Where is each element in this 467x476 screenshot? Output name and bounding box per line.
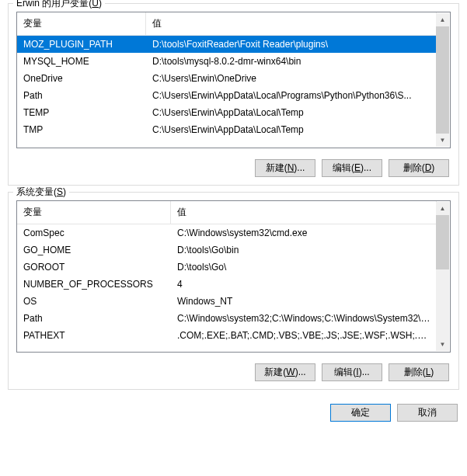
scroll-down-icon[interactable]: ▼ <box>436 134 449 147</box>
table-row[interactable]: ComSpecC:\Windows\system32\cmd.exe <box>17 224 437 241</box>
column-header-variable[interactable]: 变量 <box>17 12 146 35</box>
variable-name: GOROOT <box>17 260 171 274</box>
delete-user-var-button[interactable]: 删除(D) <box>389 159 449 177</box>
edit-user-var-button[interactable]: 编辑(E)... <box>322 159 382 177</box>
scrollbar[interactable]: ▲ ▼ <box>436 202 449 351</box>
variable-name: TMP <box>17 123 146 137</box>
table-row[interactable]: PATHEXT.COM;.EXE;.BAT;.CMD;.VBS;.VBE;.JS… <box>17 327 437 344</box>
variable-value: C:\Users\Erwin\AppData\Local\Programs\Py… <box>146 89 437 102</box>
edit-system-var-button[interactable]: 编辑(I)... <box>322 363 382 381</box>
system-buttons: 新建(W)... 编辑(I)... 删除(L) <box>16 363 451 381</box>
variable-name: MOZ_PLUGIN_PATH <box>17 37 146 51</box>
scroll-down-icon[interactable]: ▼ <box>436 338 449 351</box>
variable-value: D:\tools\FoxitReader\Foxit Reader\plugin… <box>146 37 437 51</box>
variable-value: C:\Users\Erwin\AppData\Local\Temp <box>146 106 437 120</box>
scroll-up-icon[interactable]: ▲ <box>436 202 449 215</box>
table-row[interactable]: TEMPC:\Users\Erwin\AppData\Local\Temp <box>17 104 437 121</box>
new-user-var-button[interactable]: 新建(N)... <box>255 159 315 177</box>
variable-name: OneDrive <box>17 71 146 85</box>
variable-value: D:\tools\Go\ <box>171 260 437 274</box>
system-variables-list[interactable]: 变量 值 ComSpecC:\Windows\system32\cmd.exeG… <box>16 200 451 353</box>
variable-value: C:\Users\Erwin\AppData\Local\Temp <box>146 123 437 137</box>
variable-name: Path <box>17 89 146 102</box>
new-system-var-button[interactable]: 新建(W)... <box>255 363 315 381</box>
scroll-thumb[interactable] <box>436 215 449 269</box>
table-row[interactable]: MOZ_PLUGIN_PATHD:\tools\FoxitReader\Foxi… <box>17 36 437 53</box>
scrollbar[interactable]: ▲ ▼ <box>436 13 449 147</box>
variable-value: D:\tools\mysql-8.0.2-dmr-winx64\bin <box>146 54 437 68</box>
variable-value: C:\Windows\system32;C:\Windows;C:\Window… <box>171 311 437 325</box>
system-variables-legend: 系统变量(S) <box>13 186 69 199</box>
cancel-button[interactable]: 取消 <box>397 404 458 422</box>
delete-system-var-button[interactable]: 删除(L) <box>389 363 449 381</box>
user-list-header: 变量 值 <box>17 12 437 36</box>
system-variables-group: 系统变量(S) 变量 值 ComSpecC:\Windows\system32\… <box>8 192 459 390</box>
variable-value: D:\tools\Go\bin <box>171 243 437 257</box>
variable-value: C:\Users\Erwin\OneDrive <box>146 71 437 85</box>
variable-name: TEMP <box>17 106 146 120</box>
table-row[interactable]: OSWindows_NT <box>17 293 437 310</box>
table-row[interactable]: TMPC:\Users\Erwin\AppData\Local\Temp <box>17 121 437 138</box>
scroll-up-icon[interactable]: ▲ <box>436 13 449 26</box>
table-row[interactable]: GOROOTD:\tools\Go\ <box>17 259 437 276</box>
user-variables-legend: Erwin 的用户变量(U) <box>13 0 105 10</box>
table-row[interactable]: GO_HOMED:\tools\Go\bin <box>17 241 437 259</box>
user-variables-list[interactable]: 变量 值 MOZ_PLUGIN_PATHD:\tools\FoxitReader… <box>16 12 451 148</box>
table-row[interactable]: PathC:\Users\Erwin\AppData\Local\Program… <box>17 87 437 104</box>
variable-name: MYSQL_HOME <box>17 54 146 68</box>
table-row[interactable]: OneDriveC:\Users\Erwin\OneDrive <box>17 70 437 87</box>
column-header-variable[interactable]: 变量 <box>17 201 171 224</box>
variable-name: NUMBER_OF_PROCESSORS <box>17 277 171 291</box>
dialog-buttons: 确定 取消 <box>0 396 467 428</box>
variable-name: GO_HOME <box>17 243 171 257</box>
table-row[interactable]: NUMBER_OF_PROCESSORS4 <box>17 276 437 293</box>
system-list-header: 变量 值 <box>17 201 437 224</box>
variable-value: Windows_NT <box>171 294 437 308</box>
variable-value: C:\Windows\system32\cmd.exe <box>171 226 437 240</box>
variable-value: 4 <box>171 277 437 291</box>
table-row[interactable]: MYSQL_HOMED:\tools\mysql-8.0.2-dmr-winx6… <box>17 53 437 70</box>
user-buttons: 新建(N)... 编辑(E)... 删除(D) <box>16 159 451 177</box>
ok-button[interactable]: 确定 <box>330 404 391 422</box>
variable-name: ComSpec <box>17 226 171 240</box>
variable-name: OS <box>17 294 171 308</box>
scroll-thumb[interactable] <box>436 26 449 134</box>
user-variables-group: Erwin 的用户变量(U) 变量 值 MOZ_PLUGIN_PATHD:\to… <box>8 3 459 186</box>
variable-name: PATHEXT <box>17 328 171 342</box>
variable-name: Path <box>17 311 171 325</box>
variable-value: .COM;.EXE;.BAT;.CMD;.VBS;.VBE;.JS;.JSE;.… <box>171 328 437 342</box>
table-row[interactable]: PathC:\Windows\system32;C:\Windows;C:\Wi… <box>17 310 437 327</box>
column-header-value[interactable]: 值 <box>146 12 437 35</box>
column-header-value[interactable]: 值 <box>171 201 437 224</box>
